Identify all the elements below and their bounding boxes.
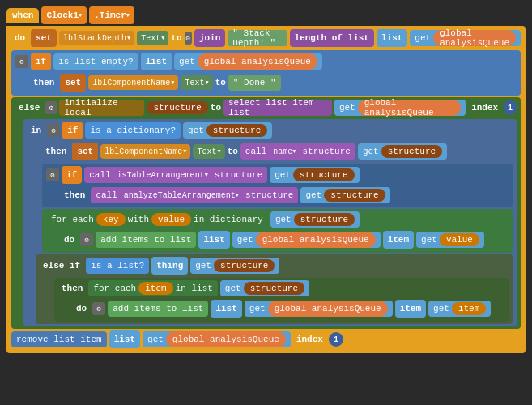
set-keyword: set bbox=[31, 29, 57, 47]
then-for-row: then for each item in list get structure bbox=[58, 280, 504, 296]
when-keyword: when bbox=[6, 8, 39, 23]
global-analysisQueue-1: global analysisQueue bbox=[433, 30, 516, 46]
for-each-key-block: for each key with value in dictionary bbox=[46, 211, 268, 228]
if-section: ⚙ if is list empty? list get global anal… bbox=[11, 50, 521, 96]
gear-7: ⚙ bbox=[92, 302, 105, 315]
list-kw-3: list bbox=[198, 231, 229, 249]
elseif-row: else if is a list? thing get structure bbox=[40, 257, 509, 275]
lblStackDepth-dropdown[interactable]: lblStackDepth bbox=[59, 31, 134, 45]
global-analysisQueue-3: global analysisQueue bbox=[358, 100, 461, 116]
do-kw-3: do bbox=[73, 302, 90, 315]
else-row: else ⚙ initialize local structure to sel… bbox=[15, 100, 517, 116]
then-kw-1: then bbox=[30, 76, 57, 89]
to-1: to bbox=[171, 33, 181, 43]
get-global-queue-4: get global analysisQueue bbox=[232, 232, 381, 248]
text-dd-3[interactable]: Text bbox=[193, 144, 224, 159]
do-kw-2: do bbox=[61, 233, 78, 246]
structure-ref-1: structure bbox=[206, 124, 267, 137]
lblComponentName-dd-2[interactable]: lblComponentName bbox=[100, 144, 190, 159]
global-analysisQueue-5: global analysisQueue bbox=[268, 301, 388, 317]
in-section: in ⚙ if is a dictionary? get structure t… bbox=[23, 119, 517, 326]
in-kw: in bbox=[28, 124, 45, 137]
is-list-block: is a list? bbox=[86, 258, 149, 274]
then-row-1: then set lblComponentName Text to " Done… bbox=[30, 74, 517, 92]
value-var: value bbox=[151, 213, 191, 226]
do-section: do set lblStackDepth Text to ⚙ join " St… bbox=[6, 26, 526, 353]
if-kw-2: if bbox=[62, 122, 83, 139]
remove-list-item-block: remove list item bbox=[11, 331, 107, 347]
structure-ref-3: structure bbox=[293, 168, 354, 181]
list-kw-5: list bbox=[109, 330, 140, 348]
item-var: item bbox=[138, 282, 172, 295]
get-structure-4: get structure bbox=[300, 187, 389, 203]
then-kw-4: then bbox=[58, 282, 86, 295]
if-table-row: ⚙ if call isTableArrangement structure g… bbox=[46, 166, 509, 184]
list-kw-1: list bbox=[377, 29, 407, 47]
if-kw: if bbox=[31, 53, 51, 70]
text-dd-1[interactable]: Text bbox=[137, 31, 168, 45]
blocks-canvas: when Clock1 .Timer do set lblStackDepth … bbox=[0, 0, 532, 405]
stack-depth-str: " Stack Depth: " bbox=[228, 30, 287, 46]
get-structure-6: get structure bbox=[190, 258, 279, 274]
name-dd[interactable]: name bbox=[269, 144, 300, 159]
for-dict-section: for each key with value in dictionary ge… bbox=[42, 209, 513, 253]
analyze-dd[interactable]: analyzeTableArrangement bbox=[120, 188, 243, 202]
isTable-dd[interactable]: isTableArrangement bbox=[113, 168, 212, 182]
add-items-block-1: add items to list bbox=[96, 232, 196, 248]
get-global-queue-1: get global analysisQueue bbox=[410, 30, 521, 46]
get-global-queue-5: get global analysisQueue bbox=[245, 301, 393, 317]
gear-3: ⚙ bbox=[45, 101, 57, 114]
join-block: join bbox=[194, 29, 225, 47]
structure-ref-4: structure bbox=[324, 189, 385, 202]
for-list-section: then for each item in list get structure… bbox=[54, 278, 509, 322]
is-dict-block: is a dictionary? bbox=[85, 122, 181, 139]
thing-kw: thing bbox=[151, 257, 188, 275]
remove-row: remove list item list get global analysi… bbox=[11, 330, 521, 348]
structure-var-1: structure bbox=[147, 101, 207, 114]
add-items-block-2: add items to list bbox=[108, 301, 208, 317]
to-3: to bbox=[211, 103, 221, 113]
call-name-block: call name structure bbox=[240, 143, 355, 160]
text-dd-2[interactable]: Text bbox=[181, 75, 212, 90]
gear-6: ⚙ bbox=[80, 233, 93, 246]
index-kw-2: index bbox=[293, 333, 326, 346]
global-analysisQueue-4: global analysisQueue bbox=[256, 232, 376, 248]
for-each-item-block: for each item in list bbox=[88, 280, 217, 296]
get-structure-1: get structure bbox=[183, 122, 272, 139]
get-structure-3: get structure bbox=[270, 167, 359, 183]
gear-5: ⚙ bbox=[46, 168, 59, 181]
elseif-list-section: else if is a list? thing get structure t… bbox=[36, 254, 513, 324]
is-list-empty-block: is list empty? bbox=[53, 53, 138, 70]
lblComponentName-dd[interactable]: lblComponentName bbox=[88, 75, 178, 90]
then-kw-3: then bbox=[61, 189, 88, 202]
gear-4: ⚙ bbox=[47, 124, 60, 137]
then-kw-2: then bbox=[42, 145, 70, 158]
call-analyze-block: call analyzeTableArrangement structure bbox=[91, 187, 298, 203]
get-global-queue-3: get global analysisQueue bbox=[334, 100, 466, 116]
if-kw-3: if bbox=[62, 166, 82, 184]
to-2: to bbox=[215, 78, 226, 87]
else-kw: else bbox=[15, 101, 43, 114]
done-str: " Done " bbox=[228, 75, 281, 91]
get-structure-2: get structure bbox=[358, 143, 447, 160]
num-1: 1 bbox=[504, 100, 517, 115]
set-kw-2: set bbox=[60, 74, 86, 92]
num-2: 1 bbox=[329, 332, 343, 347]
item-kw-2: item bbox=[395, 300, 426, 318]
index-kw: index bbox=[468, 101, 501, 114]
select-list-item-block: select list item list bbox=[223, 100, 332, 116]
to-4: to bbox=[228, 147, 238, 156]
get-global-queue-2: get global analysisQueue bbox=[174, 53, 322, 70]
when-header-row: when Clock1 .Timer bbox=[6, 6, 526, 24]
item-kw-1: item bbox=[383, 231, 414, 249]
global-analysisQueue-6: global analysisQueue bbox=[166, 331, 286, 347]
init-local-block: initialize local bbox=[59, 100, 144, 116]
length-block: length of list bbox=[290, 29, 374, 47]
timer-block[interactable]: .Timer bbox=[89, 6, 134, 24]
value-ref: value bbox=[440, 233, 479, 246]
call-isTable-block: call isTableArrangement structure bbox=[84, 167, 267, 183]
do-label: do bbox=[11, 32, 28, 45]
structure-ref-2: structure bbox=[381, 145, 442, 158]
if-table-section: ⚙ if call isTableArrangement structure g… bbox=[42, 164, 513, 207]
clock-block[interactable]: Clock1 bbox=[41, 6, 87, 24]
